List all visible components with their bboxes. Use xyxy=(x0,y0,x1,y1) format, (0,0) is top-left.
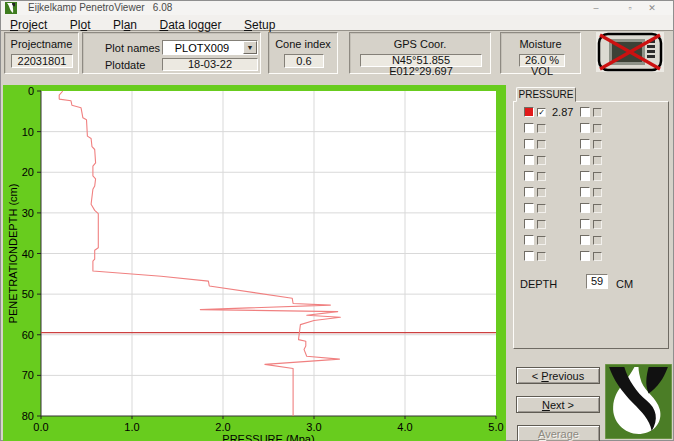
moisture-panel: Moisture 26.0 % VOL xyxy=(500,32,581,74)
plot-names-value: PLOTX009 xyxy=(163,42,241,54)
series-checkbox[interactable] xyxy=(593,204,602,213)
series-checkbox[interactable] xyxy=(593,172,602,181)
y-tick-label: 40 xyxy=(22,248,34,260)
menu-bar: Project Plot Plan Data logger Setup xyxy=(1,15,673,31)
x-tick-label: 1.0 xyxy=(124,421,139,433)
title-bar: Eijkelkamp PenetroViewer 6.08 – ▫ ✕ xyxy=(1,1,673,15)
x-tick-label: 5.0 xyxy=(488,421,503,433)
series-color-swatch xyxy=(524,235,534,245)
chevron-down-icon[interactable]: ▼ xyxy=(243,41,257,54)
series-slot-18 xyxy=(580,217,650,233)
plot-names-dropdown[interactable]: PLOTX009 ▼ xyxy=(162,40,258,55)
y-tick-label: 0 xyxy=(28,85,34,97)
projectname-label: Projectname xyxy=(5,38,78,50)
pressure-depth-chart: 0.01.02.03.04.05.001020304050607080PRESS… xyxy=(3,85,506,441)
plotdate-value: 18-03-22 xyxy=(162,58,258,71)
series-color-swatch xyxy=(580,219,590,229)
projectname-value: 22031801 xyxy=(11,54,73,68)
y-tick-label: 80 xyxy=(22,410,34,422)
average-button-disabled[interactable]: Average xyxy=(517,425,600,441)
series-color-swatch xyxy=(524,251,534,261)
pressure-tab-page: ✓2.87 DEPTH 59 CM xyxy=(513,101,669,349)
series-color-swatch xyxy=(524,123,534,133)
series-color-swatch xyxy=(580,139,590,149)
next-button[interactable]: Next > xyxy=(516,396,600,413)
series-color-swatch xyxy=(580,235,590,245)
tab-pressure[interactable]: PRESSURE xyxy=(516,87,576,102)
series-checkbox[interactable] xyxy=(593,108,602,117)
series-checkbox[interactable] xyxy=(537,236,546,245)
series-checkbox[interactable] xyxy=(537,156,546,165)
series-color-swatch xyxy=(524,139,534,149)
series-checkbox[interactable] xyxy=(537,140,546,149)
series-checkbox[interactable] xyxy=(593,220,602,229)
series-checkbox[interactable] xyxy=(593,236,602,245)
gps-label: GPS Coor. xyxy=(350,38,490,50)
series-checkbox[interactable] xyxy=(593,124,602,133)
series-checkbox-grid: ✓2.87 xyxy=(524,105,664,265)
x-axis-title: PRESSURE (Mpa) xyxy=(222,433,314,441)
depth-input[interactable]: 59 xyxy=(586,274,608,289)
gps-panel: GPS Coor. N45°51.855 E012°29.697 xyxy=(349,32,491,74)
series-checkbox[interactable] xyxy=(537,204,546,213)
y-tick-label: 30 xyxy=(22,207,34,219)
series-color-swatch xyxy=(524,203,534,213)
datalogger-disconnected-icon xyxy=(595,31,665,73)
series-color-swatch xyxy=(580,251,590,261)
y-tick-label: 70 xyxy=(22,369,34,381)
x-tick-label: 3.0 xyxy=(306,421,321,433)
series-color-swatch xyxy=(580,155,590,165)
series-checkbox[interactable] xyxy=(593,188,602,197)
series-color-swatch xyxy=(524,171,534,181)
series-color-swatch xyxy=(580,187,590,197)
y-tick-label: 50 xyxy=(22,288,34,300)
series-color-swatch xyxy=(580,171,590,181)
series-slot-19 xyxy=(580,233,650,249)
window-title: Eijkelkamp PenetroViewer 6.08 xyxy=(28,2,172,13)
series-color-swatch xyxy=(580,203,590,213)
series-checkbox[interactable] xyxy=(593,156,602,165)
series-slot-12 xyxy=(580,121,650,137)
moisture-label: Moisture xyxy=(501,38,580,50)
y-tick-label: 60 xyxy=(22,329,34,341)
previous-button[interactable]: < Previous xyxy=(516,367,600,384)
series-checkbox[interactable] xyxy=(537,124,546,133)
app-icon xyxy=(5,2,17,14)
cone-index-label: Cone index xyxy=(269,38,337,50)
series-checkbox[interactable] xyxy=(593,140,602,149)
chart-canvas: 0.01.02.03.04.05.001020304050607080PRESS… xyxy=(3,85,506,441)
y-tick-label: 20 xyxy=(22,166,34,178)
depth-label: DEPTH xyxy=(520,278,557,290)
series-checkbox[interactable] xyxy=(537,172,546,181)
y-tick-label: 10 xyxy=(22,126,34,138)
x-tick-label: 2.0 xyxy=(215,421,230,433)
series-checkbox[interactable] xyxy=(537,252,546,261)
plotdate-label: Plotdate xyxy=(105,59,145,71)
plot-panel: Plot names PLOTX009 ▼ Plotdate 18-03-22 xyxy=(82,32,261,74)
minimize-icon[interactable]: – xyxy=(583,1,609,15)
series-slot-15 xyxy=(580,169,650,185)
x-tick-label: 0.0 xyxy=(33,421,48,433)
series-slot-14 xyxy=(580,153,650,169)
series-slot-13 xyxy=(580,137,650,153)
series-color-swatch xyxy=(524,155,534,165)
series-slot-17 xyxy=(580,201,650,217)
series-slot-11 xyxy=(580,105,650,121)
series-checkbox[interactable] xyxy=(537,188,546,197)
app-window: Eijkelkamp PenetroViewer 6.08 – ▫ ✕ Proj… xyxy=(0,0,674,441)
x-tick-label: 4.0 xyxy=(397,421,412,433)
series-value-label: 2.87 xyxy=(552,106,573,118)
series-color-swatch xyxy=(524,219,534,229)
cone-index-panel: Cone index 0.6 xyxy=(268,32,338,74)
eijkelkamp-logo xyxy=(605,364,672,439)
series-checkbox[interactable] xyxy=(593,252,602,261)
plot-names-label: Plot names xyxy=(105,42,160,54)
series-color-swatch xyxy=(524,107,534,117)
series-checkbox[interactable]: ✓ xyxy=(537,108,546,117)
series-slot-20 xyxy=(580,249,650,265)
gps-value: N45°51.855 E012°29.697 xyxy=(360,54,482,67)
close-icon[interactable]: ✕ xyxy=(639,1,665,15)
series-checkbox[interactable] xyxy=(537,220,546,229)
projectname-panel: Projectname 22031801 xyxy=(4,32,79,74)
series-color-swatch xyxy=(524,187,534,197)
